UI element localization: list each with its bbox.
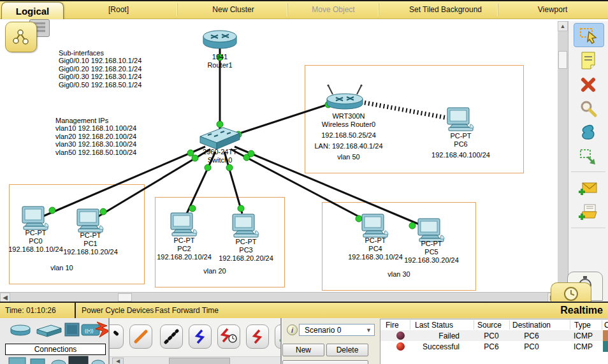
menu-set-tiled-background[interactable]: Set Tiled Background: [409, 5, 482, 14]
wireless-devices-category-icon: ((•)): [82, 324, 99, 335]
wireless-router0-label[interactable]: WRT300N Wireless Router0 192.168.50.25/2…: [314, 112, 382, 150]
header-separator: [509, 320, 510, 330]
svg-text:((•)): ((•)): [85, 328, 94, 333]
draw-shape-tool[interactable]: [574, 122, 603, 145]
magnifier-icon: [579, 99, 598, 119]
console-cable-button[interactable]: [110, 324, 124, 349]
routers-category-icon: [11, 325, 30, 335]
add-simple-pdu-tool[interactable]: [574, 177, 603, 200]
menu-root[interactable]: [Root]: [108, 5, 129, 14]
pdu-source: PC6: [474, 342, 509, 351]
header-source: Source: [477, 321, 502, 330]
logical-workspace-icon[interactable]: [5, 22, 37, 52]
header-last-status: Last Status: [415, 321, 453, 330]
inspect-tool[interactable]: [574, 98, 603, 120]
logical-workspace-canvas[interactable]: Sub-interfaces Gig0/0.10 192.168.10.1/24…: [0, 21, 558, 302]
fast-forward-button[interactable]: Fast Forward Time: [155, 306, 219, 315]
copper-crossover-icon: [164, 329, 179, 344]
realtime-clock-icon: [563, 286, 579, 302]
copper-straight-icon: [133, 329, 148, 344]
connection-panel-scrollbar[interactable]: ◀: [110, 356, 280, 364]
switch0-icon: [200, 127, 240, 149]
vlan50-label: vlan 50: [337, 153, 359, 161]
connection-scroll-left[interactable]: ◀: [112, 358, 124, 364]
pdu-type: ICMP: [570, 331, 597, 340]
select-tool[interactable]: [574, 23, 604, 47]
scenario-select[interactable]: Scenario 0 ▼: [299, 324, 375, 336]
device-category-icons: ((•)): [0, 318, 108, 364]
scroll-thumb-vertical[interactable]: [558, 51, 567, 69]
menu-separator: [287, 3, 288, 16]
menu-separator: [497, 3, 498, 16]
header-separator: [474, 320, 474, 330]
copper-crossover-button[interactable]: [160, 324, 183, 349]
pc1-label[interactable]: PC-PT PC1 192.168.10.20/24: [63, 231, 118, 256]
resize-shape-tool[interactable]: [574, 146, 603, 169]
blue-lightning-icon: [192, 329, 208, 344]
tool-palette: [568, 21, 608, 302]
pdu-row-failed[interactable]: Failed PC0 PC6 ICMP: [380, 330, 608, 341]
sub-interfaces-note[interactable]: Sub-interfaces Gig0/0.10 192.168.10.1/24…: [59, 49, 141, 89]
phone-connection-button[interactable]: [217, 324, 240, 349]
menu-separator: [378, 3, 379, 16]
simulation-time: Time: 01:10:26: [5, 306, 56, 315]
scenario-info-icon[interactable]: i: [287, 324, 298, 335]
scenario-panel: i Scenario 0 ▼ New Delete: [282, 318, 379, 364]
select-icon: [579, 26, 598, 44]
tool-divider: [571, 171, 605, 172]
canvas-vertical-scrollbar[interactable]: ▲: [558, 21, 568, 302]
menu-viewport[interactable]: Viewport: [538, 5, 567, 14]
pc5-icon: [418, 219, 444, 242]
new-scenario-button[interactable]: New: [282, 344, 324, 356]
vlan30-label: vlan 30: [387, 270, 410, 278]
router1-label[interactable]: 1941 Router1: [207, 53, 232, 69]
switch0-label[interactable]: 2960-24TT Switch0: [203, 148, 237, 164]
pc2-label[interactable]: PC-PT PC2 192.168.20.10/24: [157, 237, 212, 261]
pdu-color-swatch: [603, 341, 608, 352]
note-icon: [579, 51, 597, 70]
pdu-destination: PC0: [509, 342, 554, 351]
fire-ball-icon[interactable]: [396, 342, 405, 351]
menu-move-object[interactable]: Move Object: [312, 5, 354, 14]
pdu-row-successful[interactable]: Successful PC6 PC0 ICMP: [380, 341, 608, 352]
power-cycle-button[interactable]: Power Cycle Devices: [82, 306, 154, 315]
connection-button-partial[interactable]: [275, 324, 280, 349]
canvas-horizontal-scrollbar[interactable]: ◀ ▶: [0, 292, 558, 302]
tab-logical[interactable]: Logical: [1, 2, 64, 19]
fiber-connection-button[interactable]: [189, 324, 212, 349]
pc0-icon: [22, 207, 48, 229]
place-note-tool[interactable]: [574, 49, 603, 72]
shape-blob-icon: [579, 124, 598, 143]
connection-scroll-thumb[interactable]: [169, 358, 230, 364]
pc0-label[interactable]: PC-PT PC0 192.168.10.10/24: [8, 229, 63, 254]
scroll-up-arrow[interactable]: ▲: [558, 21, 568, 31]
menu-new-cluster[interactable]: New Cluster: [212, 5, 254, 14]
workspace-menu-bar: [Root] New Cluster Move Object Set Tiled…: [0, 1, 608, 19]
delete-scenario-button[interactable]: Delete: [326, 344, 368, 356]
pc3-label[interactable]: PC-PT PC3 192.168.20.20/24: [219, 238, 273, 263]
copper-straight-button[interactable]: [129, 324, 152, 349]
pc5-label[interactable]: PC-PT PC5 192.168.30.20/24: [404, 240, 459, 265]
scroll-thumb[interactable]: [118, 293, 132, 302]
router1-icon: [203, 31, 236, 48]
status-bar: Time: 01:10:26 Power Cycle Devices Fast …: [0, 302, 608, 318]
header-separator: [570, 320, 570, 330]
pdu-list-table: Fire Last Status Source Destination Type…: [380, 319, 608, 364]
coaxial-connection-button[interactable]: [246, 324, 269, 349]
delete-tool[interactable]: [574, 73, 603, 96]
management-ips-note[interactable]: Management IPs vlan10 192.168.10.100/24 …: [55, 117, 136, 156]
add-complex-pdu-tool[interactable]: [574, 201, 603, 224]
header-separator: [410, 320, 410, 330]
pdu-source: PC0: [474, 331, 509, 340]
header-destination: Destination: [512, 321, 551, 330]
fire-ball-icon[interactable]: [396, 331, 405, 340]
resize-icon: [579, 148, 598, 167]
console-cable-icon: [110, 329, 120, 344]
mode-label: Realtime: [560, 305, 603, 316]
pc2-icon: [171, 213, 197, 236]
scroll-left-arrow[interactable]: ◀: [0, 293, 10, 302]
toggle-pdu-list-button-partial[interactable]: [282, 360, 368, 364]
delete-x-icon: [579, 76, 597, 94]
pc4-label[interactable]: PC-PT PC4 192.168.30.10/24: [348, 237, 403, 261]
pc6-label[interactable]: PC-PT PC6 192.168.40.100/24: [431, 132, 490, 159]
